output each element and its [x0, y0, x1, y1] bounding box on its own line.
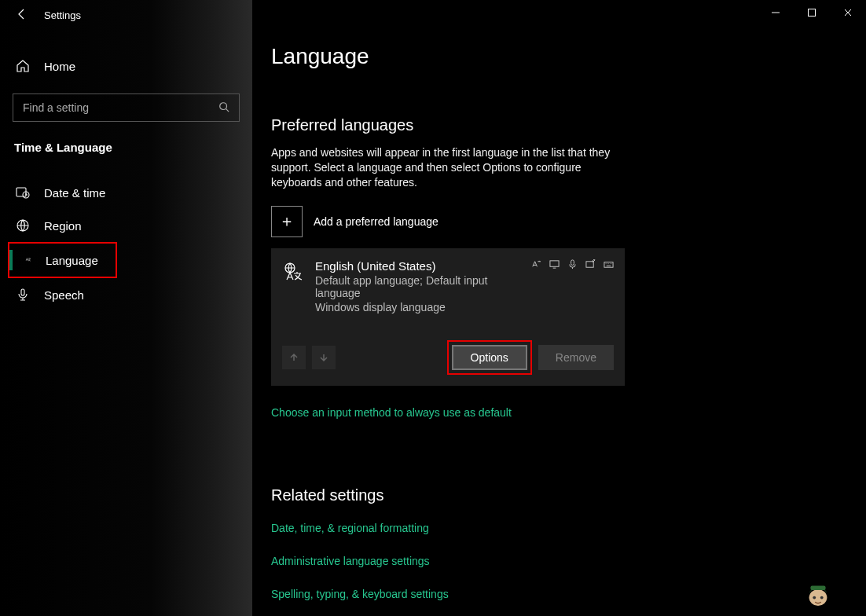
- svg-point-13: [813, 596, 816, 600]
- sidebar-item-label: Language: [46, 254, 98, 267]
- language-glyph-icon: [282, 261, 304, 314]
- svg-rect-12: [810, 585, 825, 590]
- sidebar-item-label: Region: [44, 219, 82, 233]
- link-spelling-typing[interactable]: Spelling, typing, & keyboard settings: [271, 588, 866, 600]
- language-subtitle-1: Default app language; Default input lang…: [315, 274, 520, 299]
- section-related-settings: Related settings: [271, 486, 866, 504]
- link-date-time-formatting[interactable]: Date, time, & regional formatting: [271, 522, 866, 534]
- content-area: Language Preferred languages Apps and we…: [252, 0, 866, 616]
- language-card[interactable]: English (United States) Default app lang…: [271, 248, 625, 386]
- app-title: Settings: [44, 9, 81, 21]
- sidebar-item-home[interactable]: Home: [0, 51, 252, 81]
- microphone-icon: [16, 288, 30, 302]
- speech-icon: [567, 259, 578, 272]
- sidebar-item-speech[interactable]: Speech: [0, 278, 252, 311]
- add-language-button[interactable]: ＋ Add a preferred language: [271, 206, 866, 237]
- handwriting-icon: [585, 259, 596, 272]
- page-title: Language: [271, 44, 866, 69]
- home-icon: [16, 59, 30, 73]
- calendar-clock-icon: [16, 185, 30, 200]
- link-admin-language[interactable]: Administrative language settings: [271, 555, 866, 567]
- sidebar-item-region[interactable]: Region: [0, 209, 252, 242]
- add-language-label: Add a preferred language: [314, 215, 439, 228]
- search-icon: [218, 101, 229, 115]
- maximize-button[interactable]: [794, 0, 830, 25]
- close-button[interactable]: [830, 0, 866, 25]
- window-controls: [758, 0, 866, 25]
- svg-point-0: [220, 102, 227, 109]
- language-name: English (United States): [315, 259, 520, 273]
- move-up-button: [282, 346, 306, 369]
- language-feature-icons: [531, 259, 614, 314]
- svg-point-14: [820, 596, 824, 600]
- section-description: Apps and websites will appear in the fir…: [271, 145, 625, 190]
- options-button-highlight: Options: [447, 340, 532, 375]
- home-label: Home: [44, 60, 75, 73]
- sidebar-item-label: Speech: [44, 288, 84, 302]
- title-bar: Settings: [0, 0, 252, 31]
- sidebar-heading: Time & Language: [0, 122, 252, 159]
- language-icon: [17, 253, 31, 267]
- sidebar-item-label: Date & time: [44, 186, 105, 200]
- svg-rect-8: [571, 260, 574, 266]
- sidebar-item-date-time[interactable]: Date & time: [0, 176, 252, 209]
- display-icon: [549, 259, 560, 272]
- svg-rect-7: [550, 261, 559, 266]
- input-method-link[interactable]: Choose an input method to always use as …: [271, 406, 866, 419]
- mascot-avatar: [803, 577, 833, 608]
- sidebar-item-language[interactable]: Language: [8, 242, 117, 278]
- globe-icon: [16, 218, 30, 233]
- minimize-button[interactable]: [758, 0, 794, 25]
- section-preferred-languages: Preferred languages: [271, 116, 866, 134]
- svg-rect-10: [604, 262, 613, 267]
- back-button[interactable]: [16, 8, 28, 23]
- search-input[interactable]: [23, 101, 218, 114]
- sidebar: Settings Home Time & Language Date & tim…: [0, 0, 252, 616]
- search-box[interactable]: [13, 94, 240, 122]
- move-down-button: [312, 346, 336, 369]
- text-to-speech-icon: [531, 259, 541, 272]
- svg-rect-9: [586, 261, 593, 266]
- remove-button: Remove: [538, 345, 614, 370]
- language-subtitle-2: Windows display language: [315, 301, 520, 314]
- plus-icon: ＋: [271, 206, 303, 237]
- options-button[interactable]: Options: [452, 345, 527, 370]
- svg-rect-5: [809, 9, 816, 16]
- keyboard-icon: [604, 259, 614, 272]
- svg-rect-4: [21, 289, 24, 295]
